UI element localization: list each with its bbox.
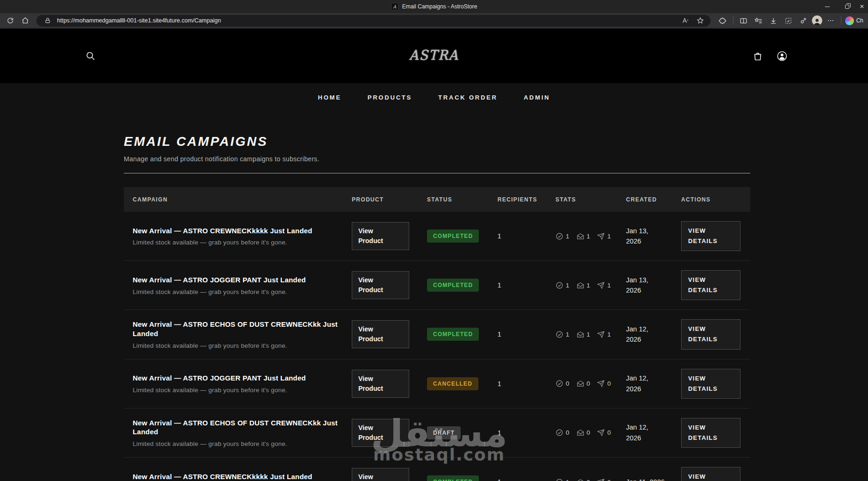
read-aloud-icon[interactable] bbox=[680, 15, 691, 26]
stat-value: 0 bbox=[607, 380, 611, 387]
view-product-button[interactable]: View Product bbox=[352, 370, 409, 398]
created-date: Jan 13, 2026 bbox=[626, 275, 681, 296]
send-icon bbox=[597, 478, 605, 481]
table-row: New Arrival — ASTRO CREWNECKkkkk Just La… bbox=[124, 212, 750, 261]
column-header-campaign: CAMPAIGN bbox=[124, 196, 352, 203]
more-menu-icon[interactable] bbox=[824, 14, 837, 27]
mail-open-icon bbox=[576, 478, 584, 481]
stat-delivered: 1 bbox=[555, 478, 569, 481]
restore-button[interactable] bbox=[837, 0, 857, 13]
table-row: New Arrival — ASTRO ECHOS OF DUST CREWNE… bbox=[124, 409, 750, 458]
campaigns-table: CAMPAIGNPRODUCTSTATUSRECIPIENTSSTATSCREA… bbox=[124, 187, 750, 481]
recipients-count: 1 bbox=[498, 330, 555, 338]
browser-essentials-icon[interactable] bbox=[716, 14, 729, 27]
home-button[interactable] bbox=[19, 14, 32, 27]
mail-open-icon bbox=[576, 380, 584, 388]
view-product-button[interactable]: View Product bbox=[352, 320, 409, 348]
stat-delivered: 0 bbox=[555, 380, 569, 388]
table-header: CAMPAIGNPRODUCTSTATUSRECIPIENTSSTATSCREA… bbox=[124, 187, 750, 212]
stat-sent: 0 bbox=[597, 429, 611, 437]
stat-value: 1 bbox=[607, 282, 611, 289]
stats-cell: 0 0 0 bbox=[555, 429, 626, 437]
page-title: EMAIL CAMPAIGNS bbox=[124, 134, 750, 149]
lock-icon[interactable] bbox=[42, 15, 53, 26]
created-date: Jan 12, 2026 bbox=[626, 422, 681, 443]
profile-avatar[interactable] bbox=[812, 15, 822, 26]
favorite-star-icon[interactable] bbox=[695, 15, 706, 26]
campaign-subtitle: Limited stock available — grab yours bef… bbox=[133, 239, 352, 246]
stats-cell: 1 1 1 bbox=[555, 330, 626, 338]
page-content: ASTRA HOMEPRODUCTSTRACK ORDERADMIN EMAIL… bbox=[0, 29, 868, 481]
reload-button[interactable] bbox=[4, 14, 17, 27]
table-row: New Arrival — ASTRO JOGGER PANT Just Lan… bbox=[124, 359, 750, 409]
screenshot-icon[interactable] bbox=[782, 14, 795, 27]
status-badge: DRAFT bbox=[427, 426, 461, 439]
recipients-count: 1 bbox=[498, 281, 555, 289]
toolbar-divider bbox=[841, 16, 841, 25]
column-header-product: PRODUCT bbox=[352, 196, 427, 203]
view-product-button[interactable]: View Product bbox=[352, 468, 409, 481]
campaign-title: New Arrival — ASTRO JOGGER PANT Just Lan… bbox=[133, 373, 338, 383]
stat-sent: 0 bbox=[597, 380, 611, 388]
split-screen-icon[interactable] bbox=[737, 14, 750, 27]
nav-link-products[interactable]: PRODUCTS bbox=[368, 94, 412, 101]
campaign-title: New Arrival — ASTRO JOGGER PANT Just Lan… bbox=[133, 275, 338, 285]
view-details-button[interactable]: VIEW DETAILS bbox=[681, 369, 740, 399]
view-details-button[interactable]: VIEW DETAILS bbox=[681, 221, 740, 251]
stats-cell: 1 0 0 bbox=[555, 478, 626, 481]
people-icon[interactable] bbox=[797, 14, 810, 27]
view-details-button[interactable]: VIEW DETAILS bbox=[681, 467, 740, 481]
created-date: Jan 12, 2026 bbox=[626, 324, 681, 345]
copilot-label: Ch bbox=[856, 17, 863, 24]
created-date: Jan 11, 2026 bbox=[626, 477, 681, 481]
view-details-button[interactable]: VIEW DETAILS bbox=[681, 418, 740, 448]
campaign-title: New Arrival — ASTRO CREWNECKkkkk Just La… bbox=[133, 226, 338, 236]
nav-link-admin[interactable]: ADMIN bbox=[524, 94, 550, 101]
stats-cell: 0 0 0 bbox=[555, 380, 626, 388]
stat-value: 1 bbox=[587, 331, 591, 338]
divider bbox=[124, 173, 750, 173]
url-text[interactable]: https://mohammedgamallll-001-site1.site4… bbox=[57, 17, 676, 24]
close-button[interactable]: ✕ bbox=[857, 0, 868, 13]
send-icon bbox=[597, 281, 605, 289]
column-header-created: CREATED bbox=[626, 196, 681, 203]
table-row: New Arrival — ASTRO JOGGER PANT Just Lan… bbox=[124, 261, 750, 310]
cart-bag-icon[interactable] bbox=[751, 50, 764, 63]
nav-link-home[interactable]: HOME bbox=[318, 94, 341, 101]
site-logo[interactable]: ASTRA bbox=[0, 47, 868, 63]
stat-value: 1 bbox=[587, 282, 591, 289]
copilot-button[interactable]: Ch bbox=[845, 16, 863, 25]
check-circle-icon bbox=[555, 232, 563, 240]
mail-open-icon bbox=[576, 429, 584, 437]
column-header-recipients: RECIPIENTS bbox=[498, 196, 555, 203]
view-details-button[interactable]: VIEW DETAILS bbox=[681, 319, 740, 349]
view-details-button[interactable]: VIEW DETAILS bbox=[681, 270, 740, 300]
stat-sent: 1 bbox=[597, 232, 611, 240]
status-badge: COMPLETED bbox=[427, 328, 479, 341]
campaign-title: New Arrival — ASTRO ECHOS OF DUST CREWNE… bbox=[133, 320, 338, 338]
stat-sent: 1 bbox=[597, 281, 611, 289]
view-product-button[interactable]: View Product bbox=[352, 222, 409, 250]
stat-value: 1 bbox=[607, 331, 611, 338]
view-product-button[interactable]: View Product bbox=[352, 419, 409, 447]
column-header-status: STATUS bbox=[427, 196, 498, 203]
minimize-button[interactable] bbox=[818, 0, 837, 13]
stat-sent: 0 bbox=[597, 478, 611, 481]
view-product-button[interactable]: View Product bbox=[352, 271, 409, 299]
stat-value: 0 bbox=[587, 479, 591, 481]
stat-opened: 1 bbox=[576, 232, 591, 240]
stat-value: 1 bbox=[566, 282, 569, 289]
stat-delivered: 1 bbox=[555, 330, 569, 338]
address-bar[interactable]: https://mohammedgamallll-001-site1.site4… bbox=[36, 15, 711, 27]
nav-link-track-order[interactable]: TRACK ORDER bbox=[438, 94, 498, 101]
downloads-icon[interactable] bbox=[767, 14, 780, 27]
check-circle-icon bbox=[555, 429, 563, 437]
table-row: New Arrival — ASTRO CREWNECKkkkk Just La… bbox=[124, 458, 750, 481]
column-header-stats: STATS bbox=[555, 196, 626, 203]
stat-delivered: 1 bbox=[555, 232, 569, 240]
recipients-count: 1 bbox=[498, 429, 555, 437]
account-icon[interactable] bbox=[776, 50, 789, 63]
main-content: EMAIL CAMPAIGNS Manage and send product … bbox=[124, 134, 750, 481]
collections-icon[interactable] bbox=[752, 14, 765, 27]
browser-window: A Email Campaigns - AstroStore ✕ https:/… bbox=[0, 0, 868, 481]
